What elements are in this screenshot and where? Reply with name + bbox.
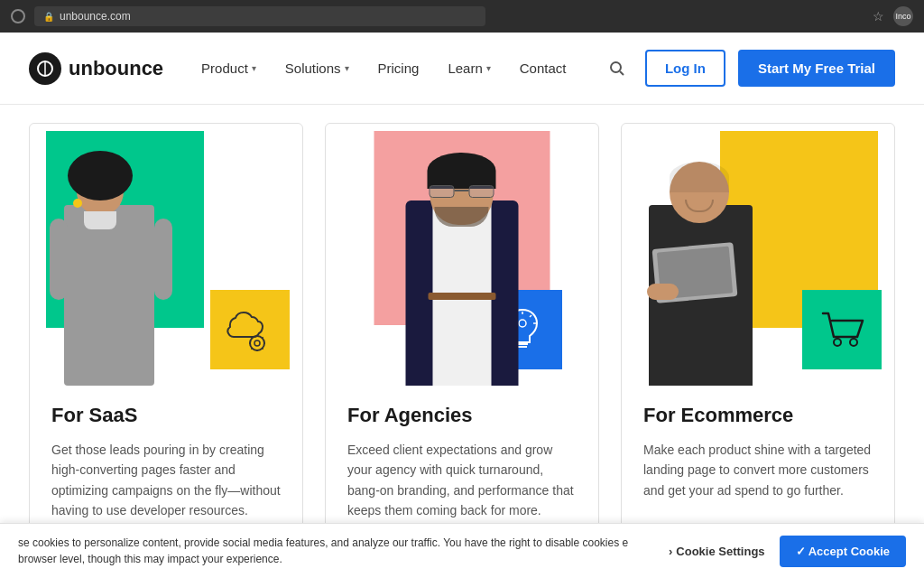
ecommerce-icon-bg (802, 290, 882, 369)
svg-point-2 (611, 62, 621, 72)
browser-chrome: 🔒 unbounce.com ☆ Inco (0, 0, 924, 33)
nav-right: Log In Start My Free Trial (602, 50, 895, 87)
nav-pricing[interactable]: Pricing (365, 53, 432, 83)
svg-line-3 (620, 71, 624, 75)
cart-icon (816, 306, 868, 353)
login-button[interactable]: Log In (645, 50, 725, 87)
cookie-text: se cookies to personalize content, provi… (18, 535, 654, 567)
svg-line-13 (251, 348, 252, 349)
person-saas (39, 146, 183, 386)
svg-line-10 (251, 337, 252, 338)
nav-links: Product ▾ Solutions ▾ Pricing Learn ▾ Co… (189, 53, 602, 83)
learn-dropdown-arrow: ▾ (486, 63, 491, 73)
main-content: For SaaS Get those leads pouring in by c… (0, 105, 924, 578)
person-agencies (388, 142, 537, 386)
logo-text: unbounce (69, 57, 163, 80)
browser-profile[interactable]: Inco (893, 6, 913, 26)
logo-link[interactable]: unbounce (29, 52, 163, 85)
saas-icon-bg (210, 290, 290, 369)
profile-label: Inco (895, 12, 910, 21)
nav-learn[interactable]: Learn ▾ (435, 53, 503, 83)
card-ecommerce: For Ecommerce Make each product shine wi… (621, 123, 895, 544)
card-ecommerce-body: For Ecommerce Make each product shine wi… (622, 386, 894, 500)
svg-line-11 (262, 348, 263, 349)
cookie-accept-button[interactable]: ✓ Accept Cookie (780, 536, 906, 567)
cookie-settings-chevron: › (669, 545, 672, 558)
cards-grid: For SaaS Get those leads pouring in by c… (29, 105, 895, 544)
card-agencies: For Agencies Exceed client expectations … (325, 123, 599, 544)
ecommerce-title: For Ecommerce (643, 404, 873, 427)
saas-title: For SaaS (51, 404, 281, 427)
nav-product[interactable]: Product ▾ (189, 53, 269, 83)
svg-point-23 (850, 339, 857, 346)
navbar: unbounce Product ▾ Solutions ▾ Pricing L… (0, 33, 924, 105)
saas-description: Get those leads pouring in by creating h… (51, 440, 281, 521)
card-saas-body: For SaaS Get those leads pouring in by c… (30, 386, 302, 521)
url-bar[interactable]: 🔒 unbounce.com (34, 6, 485, 26)
nav-solutions[interactable]: Solutions ▾ (273, 53, 362, 83)
lock-icon: 🔒 (43, 12, 54, 22)
cookie-banner: se cookies to personalize content, provi… (0, 523, 924, 578)
card-saas: For SaaS Get those leads pouring in by c… (29, 123, 303, 544)
browser-spinner (11, 9, 25, 23)
card-ecommerce-image (622, 124, 894, 386)
cookie-settings-button[interactable]: › Cookie Settings (669, 545, 765, 558)
product-dropdown-arrow: ▾ (252, 63, 256, 73)
svg-point-22 (834, 339, 841, 346)
trial-button[interactable]: Start My Free Trial (738, 50, 895, 87)
nav-contact[interactable]: Contact (507, 53, 579, 83)
logo-icon (29, 52, 61, 85)
svg-point-5 (254, 340, 260, 346)
ecommerce-description: Make each product shine with a targeted … (643, 440, 873, 500)
svg-line-12 (262, 337, 263, 338)
url-text: unbounce.com (60, 10, 131, 23)
agencies-description: Exceed client expectations and grow your… (347, 440, 577, 521)
card-agencies-body: For Agencies Exceed client expectations … (326, 386, 598, 521)
card-saas-image (30, 124, 302, 386)
card-agencies-image (326, 124, 598, 386)
cookie-settings-label: Cookie Settings (676, 545, 764, 558)
solutions-dropdown-arrow: ▾ (345, 63, 349, 73)
bookmark-icon[interactable]: ☆ (873, 9, 884, 23)
person-ecommerce (629, 142, 778, 386)
agencies-title: For Agencies (347, 404, 577, 427)
cloud-gear-icon (223, 305, 277, 355)
search-button[interactable] (602, 57, 633, 80)
